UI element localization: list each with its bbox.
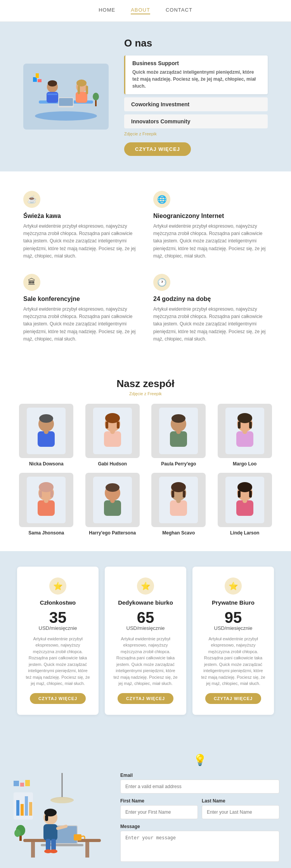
svg-point-41 xyxy=(242,429,247,434)
svg-rect-45 xyxy=(39,491,42,498)
pricing-desc: Artykuł ewidentnie przybył ekspresowo, n… xyxy=(25,636,91,687)
nav-home[interactable]: HOME xyxy=(99,7,115,14)
team-photo xyxy=(85,473,140,527)
firstname-input[interactable] xyxy=(120,805,198,819)
svg-point-67 xyxy=(242,498,247,503)
team-member-3: Margo Loo xyxy=(214,404,276,467)
team-member-name: Sama Jhonsona xyxy=(28,530,64,536)
team-member-name: Meghan Scavo xyxy=(162,530,195,536)
svg-point-86 xyxy=(14,829,21,837)
pricing-title: Członkostwo xyxy=(25,599,91,606)
svg-point-20 xyxy=(39,414,53,423)
team-member-name: Nicka Dowsona xyxy=(29,461,64,467)
pricing-title: Dedykowane biurko xyxy=(113,599,178,606)
feature-desc: Artykuł ewidentnie przybył ekspresowo, n… xyxy=(153,306,268,343)
email-group: Email xyxy=(120,773,279,794)
service-label: Innovators Community xyxy=(131,118,190,124)
lastname-group: Last Name xyxy=(202,798,279,819)
svg-point-29 xyxy=(110,429,115,434)
team-member-1: Gabi Hudson xyxy=(82,404,144,467)
feature-item-3: 🕐 24 godziny na dobę Artykuł ewidentnie … xyxy=(153,274,268,343)
firstname-group: First Name xyxy=(120,798,198,819)
hero-photo-credit[interactable]: Zdjęcie z Freepik xyxy=(124,131,268,136)
svg-point-8 xyxy=(76,80,87,86)
team-photo-credit[interactable]: Zdjęcie z Freepik xyxy=(16,391,275,396)
hero-content: O nas Business Support Quick może zarząd… xyxy=(124,37,268,156)
message-textarea[interactable] xyxy=(120,831,279,862)
feature-desc: Artykuł ewidentnie przybył ekspresowo, n… xyxy=(23,223,138,260)
feature-icon: ☕ xyxy=(23,191,40,208)
pricing-unit: USD/miesięcznie xyxy=(200,625,266,631)
service-coworking[interactable]: Coworking Investment xyxy=(124,97,268,111)
svg-rect-69 xyxy=(31,842,35,858)
svg-rect-9 xyxy=(78,86,80,94)
svg-point-53 xyxy=(110,498,115,503)
svg-rect-57 xyxy=(171,491,174,498)
team-member-0: Nicka Dowsona xyxy=(16,404,77,467)
lastname-input[interactable] xyxy=(202,805,279,819)
hero-illustration xyxy=(23,64,109,130)
pricing-desc: Artykuł ewidentnie przybył ekspresowo, n… xyxy=(113,636,178,687)
svg-rect-79 xyxy=(46,839,50,851)
feature-title: 24 godziny na dobę xyxy=(153,296,268,303)
team-photo xyxy=(218,473,272,527)
svg-rect-10 xyxy=(86,86,88,94)
team-photo xyxy=(19,473,73,527)
team-section: Nasz zespół Zdjęcie z Freepik Nicka Dows… xyxy=(0,362,291,551)
service-innovators[interactable]: Innovators Community xyxy=(124,114,268,128)
team-member-name: Harry'ego Pattersona xyxy=(89,530,136,536)
svg-rect-26 xyxy=(106,422,108,429)
pricing-section: ⭐ Członkostwo 35 USD/miesięcznie Artykuł… xyxy=(0,551,291,730)
team-photo xyxy=(19,404,73,458)
svg-rect-16 xyxy=(38,79,42,82)
svg-rect-94 xyxy=(14,781,19,786)
svg-rect-38 xyxy=(238,422,241,429)
svg-rect-70 xyxy=(85,842,89,858)
features-section: ☕ Świeża kawa Artykuł ewidentnie przybył… xyxy=(0,171,291,362)
svg-point-82 xyxy=(50,849,57,853)
team-photo xyxy=(151,473,206,527)
pricing-title: Prywatne Biuro xyxy=(200,599,266,606)
service-business-support[interactable]: Business Support Quick może zarządzać in… xyxy=(124,55,268,94)
team-member-name: Gabi Hudson xyxy=(98,461,127,467)
team-member-name: Margo Loo xyxy=(233,461,256,467)
pricing-price: 95 xyxy=(200,610,266,625)
pricing-icon: ⭐ xyxy=(49,578,66,595)
team-member-name: Lindę Larson xyxy=(230,530,259,536)
service-name: Business Support xyxy=(132,60,261,66)
email-input[interactable] xyxy=(120,780,279,794)
svg-rect-4 xyxy=(47,93,57,95)
feature-icon: 🕐 xyxy=(153,274,170,291)
feature-icon: 🏛 xyxy=(23,274,40,291)
contact-form-area: 💡 Email First Name Last Name Message ZAR… xyxy=(116,746,291,868)
pricing-button[interactable]: CZYTAJ WIĘCEJ xyxy=(205,693,261,704)
svg-point-22 xyxy=(44,429,48,434)
feature-item-2: 🏛 Sale konferencyjne Artykuł ewidentnie … xyxy=(23,274,138,343)
team-grid: Nicka Dowsona Gabi Hudson Paul xyxy=(16,404,275,536)
team-photo xyxy=(218,404,272,458)
svg-rect-58 xyxy=(183,491,185,498)
nav-about[interactable]: ABOUT xyxy=(131,7,150,14)
svg-rect-27 xyxy=(117,422,120,429)
nav-contact[interactable]: CONTACT xyxy=(166,7,192,14)
lastname-label: Last Name xyxy=(202,798,279,804)
pricing-unit: USD/miesięcznie xyxy=(113,625,178,631)
navigation: HOME ABOUT CONTACT xyxy=(0,0,291,22)
hero-read-more-button[interactable]: CZYTAJ WIĘCEJ xyxy=(124,142,191,156)
svg-rect-92 xyxy=(25,796,28,816)
svg-rect-65 xyxy=(249,491,252,498)
team-member-6: Meghan Scavo xyxy=(148,473,210,536)
pricing-button[interactable]: CZYTAJ WIĘCEJ xyxy=(118,693,173,704)
svg-point-14 xyxy=(93,93,99,100)
svg-point-60 xyxy=(176,498,181,503)
team-member-name: Paula Perry'ego xyxy=(161,461,196,467)
feature-title: Nieograniczony Internet xyxy=(153,213,268,220)
svg-rect-64 xyxy=(238,491,241,498)
service-label: Coworking Investment xyxy=(131,101,189,107)
team-title: Nasz zespół xyxy=(16,378,275,390)
message-label: Message xyxy=(120,824,279,829)
pricing-price: 35 xyxy=(25,610,91,625)
svg-rect-17 xyxy=(36,73,39,78)
pricing-button[interactable]: CZYTAJ WIĘCEJ xyxy=(30,693,86,704)
feature-desc: Artykuł ewidentnie przybył ekspresowo, n… xyxy=(23,306,138,343)
